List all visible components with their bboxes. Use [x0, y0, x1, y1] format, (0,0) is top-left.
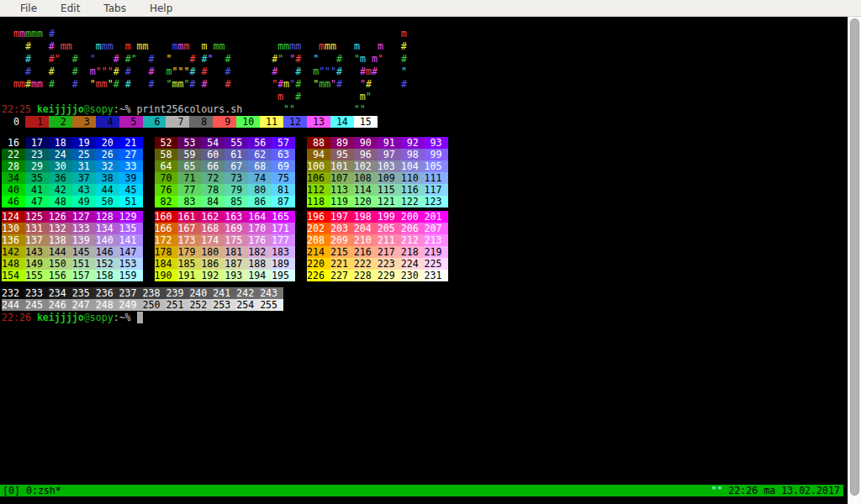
- color-cell-220: 220: [307, 258, 330, 270]
- color-cell-190: 190: [155, 270, 178, 281]
- color-cell-208: 208: [307, 234, 330, 246]
- color-cell-136: 136: [2, 234, 25, 246]
- color-cell-139: 139: [72, 234, 96, 246]
- color-cell-95: 95: [330, 149, 354, 160]
- color-cell-146: 146: [96, 246, 119, 258]
- color-cell-28: 28: [2, 160, 25, 172]
- color-cell-231: 231: [425, 270, 448, 281]
- color-cell-241: 241: [213, 287, 236, 299]
- status-clock: "" 22:26 ma 13.02.2017: [710, 485, 840, 496]
- ansi-16-color-row: 0 1 2 3 4 5 6 7 8 9 10 11 12 13 14 15: [2, 116, 378, 128]
- color-cell-205: 205: [378, 223, 401, 234]
- color-cell-49: 49: [72, 196, 96, 207]
- color-cell-181: 181: [224, 246, 248, 258]
- color-cell-142: 142: [2, 246, 25, 258]
- menu-item-edit[interactable]: Edit: [61, 3, 80, 14]
- color-cell-80: 80: [248, 184, 272, 196]
- color-cell-68: 68: [248, 160, 272, 172]
- color-cell-151: 151: [72, 258, 96, 270]
- color-cell-179: 179: [177, 246, 201, 258]
- scrollbar-track[interactable]: [848, 17, 861, 504]
- color-cell-177: 177: [272, 234, 295, 246]
- color-cell-130: 130: [2, 223, 25, 234]
- color-cell-33: 33: [119, 160, 143, 172]
- color-cell-170: 170: [248, 223, 272, 234]
- color-cell-150: 150: [49, 258, 72, 270]
- color-cell-223: 223: [378, 258, 401, 270]
- color-cell-78: 78: [201, 184, 224, 196]
- color-cell-60: 60: [201, 149, 224, 160]
- color-cell-62: 62: [248, 149, 272, 160]
- color-cell-98: 98: [401, 149, 425, 160]
- menu-item-tabs[interactable]: Tabs: [103, 3, 126, 14]
- color-cell-52: 52: [155, 137, 178, 149]
- color-cell-242: 242: [236, 287, 260, 299]
- menu-item-help[interactable]: Help: [150, 3, 172, 14]
- color-cell-198: 198: [354, 211, 378, 223]
- color-cell-211: 211: [378, 234, 401, 246]
- color-cell-54: 54: [201, 137, 224, 149]
- color-cell-66: 66: [201, 160, 224, 172]
- color-cell-11: 11: [260, 116, 283, 128]
- scrollbar-thumb[interactable]: [850, 18, 859, 496]
- color-cube-band-2: 124 125 126 127 128 129 160 161 162 163 …: [2, 211, 448, 281]
- color-cell-119: 119: [330, 196, 354, 207]
- color-cell-162: 162: [201, 211, 224, 223]
- color-cell-185: 185: [177, 258, 201, 270]
- color-cell-246: 246: [49, 299, 72, 311]
- color-cell-240: 240: [189, 287, 213, 299]
- color-cell-204: 204: [354, 223, 378, 234]
- color-cell-17: 17: [25, 137, 49, 149]
- color-cell-195: 195: [272, 270, 295, 281]
- color-cell-14: 14: [330, 116, 354, 128]
- color-cell-109: 109: [378, 172, 401, 184]
- color-cell-207: 207: [425, 223, 448, 234]
- color-cell-10: 10: [236, 116, 260, 128]
- color-cell-118: 118: [307, 196, 330, 207]
- color-cell-107: 107: [330, 172, 354, 184]
- color-cell-199: 199: [378, 211, 401, 223]
- color-cell-147: 147: [119, 246, 143, 258]
- color-cell-115: 115: [378, 184, 401, 196]
- color-cell-41: 41: [25, 184, 49, 196]
- color-cell-55: 55: [224, 137, 248, 149]
- color-cell-253: 253: [213, 299, 236, 311]
- color-cell-100: 100: [307, 160, 330, 172]
- color-cell-105: 105: [425, 160, 448, 172]
- color-cell-213: 213: [425, 234, 448, 246]
- color-cell-51: 51: [119, 196, 143, 207]
- color-cell-110: 110: [401, 172, 425, 184]
- color-cell-250: 250: [143, 299, 166, 311]
- color-cell-16: 16: [2, 137, 25, 149]
- color-cell-237: 237: [119, 287, 143, 299]
- color-cell-82: 82: [155, 196, 178, 207]
- color-cell-200: 200: [401, 211, 425, 223]
- color-cell-180: 180: [201, 246, 224, 258]
- color-cell-108: 108: [354, 172, 378, 184]
- color-cell-126: 126: [49, 211, 72, 223]
- color-cell-156: 156: [49, 270, 72, 281]
- color-cell-39: 39: [119, 172, 143, 184]
- color-cell-148: 148: [2, 258, 25, 270]
- color-cell-134: 134: [96, 223, 119, 234]
- menu-bar: File Edit Tabs Help: [0, 0, 861, 17]
- color-cell-84: 84: [201, 196, 224, 207]
- color-cell-23: 23: [25, 149, 49, 160]
- color-cell-116: 116: [401, 184, 425, 196]
- color-cell-63: 63: [272, 149, 295, 160]
- color-cell-161: 161: [177, 211, 201, 223]
- color-cell-124: 124: [2, 211, 25, 223]
- color-cell-123: 123: [425, 196, 448, 207]
- color-cell-171: 171: [272, 223, 295, 234]
- color-cell-83: 83: [177, 196, 201, 207]
- color-cell-96: 96: [354, 149, 378, 160]
- color-cell-1: 1: [25, 116, 49, 128]
- color-cell-228: 228: [354, 270, 378, 281]
- terminal-screen[interactable]: mmmmm # m # # mm mmm m mm mmm m mm mmmm …: [0, 17, 848, 504]
- menu-item-file[interactable]: File: [20, 3, 37, 14]
- color-cell-120: 120: [354, 196, 378, 207]
- color-cell-40: 40: [2, 184, 25, 196]
- color-cell-141: 141: [119, 234, 143, 246]
- color-cell-69: 69: [272, 160, 295, 172]
- color-cell-215: 215: [330, 246, 354, 258]
